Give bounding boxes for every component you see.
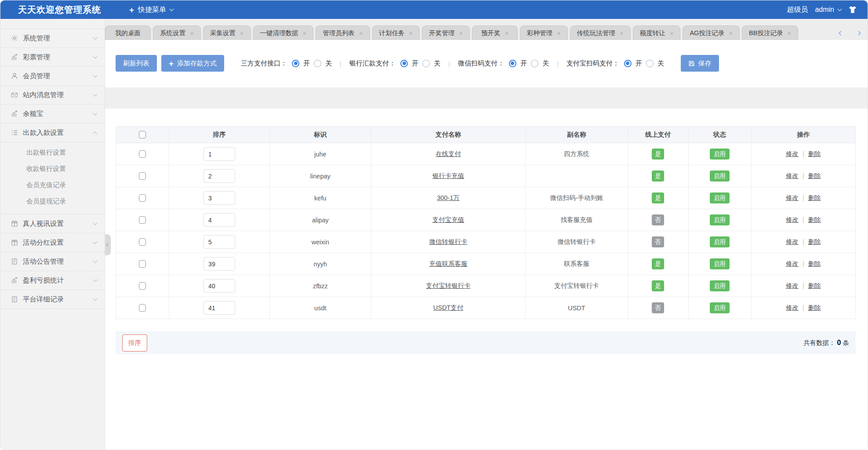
sidebar-item[interactable]: 真人视讯设置: [0, 214, 105, 233]
select-all-checkbox[interactable]: [139, 131, 146, 138]
sidebar-item[interactable]: 会员管理: [0, 67, 105, 86]
pay-name-link[interactable]: USDT支付: [433, 304, 463, 311]
tab[interactable]: 开奖管理×: [422, 25, 470, 40]
radio-on[interactable]: [292, 60, 299, 67]
quick-menu-button[interactable]: + 快捷菜单: [129, 5, 173, 15]
row-checkbox[interactable]: [139, 216, 146, 224]
sort-input[interactable]: [203, 147, 235, 161]
sidebar-item[interactable]: 活动公告管理: [0, 252, 105, 271]
delete-link[interactable]: 删除: [808, 282, 821, 289]
delete-link[interactable]: 删除: [808, 260, 821, 267]
delete-link[interactable]: 删除: [808, 194, 821, 201]
row-checkbox[interactable]: [139, 150, 146, 158]
sort-input[interactable]: [203, 279, 235, 293]
tab-scroll-right-button[interactable]: [854, 29, 862, 37]
tab[interactable]: 预开奖×: [472, 25, 518, 40]
tab[interactable]: 彩种管理×: [520, 25, 568, 40]
sort-input[interactable]: [203, 169, 235, 183]
tab[interactable]: 我的桌面: [105, 25, 151, 40]
tab-close-icon[interactable]: ×: [359, 30, 363, 36]
tab-close-icon[interactable]: ×: [190, 30, 194, 36]
tab[interactable]: 计划任务×: [372, 25, 420, 40]
delete-link[interactable]: 删除: [808, 216, 821, 223]
tab[interactable]: 一键清理数据×: [253, 25, 314, 40]
tab-scroll-left-button[interactable]: [837, 29, 845, 37]
row-checkbox[interactable]: [139, 282, 146, 290]
sidebar-subitem[interactable]: 收款银行设置: [0, 161, 105, 177]
save-button[interactable]: 保存: [681, 55, 719, 72]
sidebar-item[interactable]: 系统管理: [0, 29, 105, 48]
sidebar-subitem[interactable]: 会员提现记录: [0, 193, 105, 210]
tab-close-icon[interactable]: ×: [670, 30, 674, 36]
sidebar-item[interactable]: 活动分红设置: [0, 233, 105, 252]
user-menu[interactable]: admin: [815, 6, 841, 14]
tab[interactable]: 系统设置×: [153, 25, 201, 40]
tab[interactable]: 管理员列表×: [316, 25, 370, 40]
sidebar-item[interactable]: 平台详细记录: [0, 290, 105, 309]
tab-close-icon[interactable]: ×: [620, 30, 624, 36]
radio-off[interactable]: [646, 60, 654, 67]
sort-input[interactable]: [203, 235, 235, 249]
sort-button[interactable]: 排序: [122, 334, 147, 352]
theme-shirt-icon[interactable]: [848, 5, 857, 14]
tab[interactable]: BB投注记录×: [742, 25, 798, 40]
pay-name-link[interactable]: 充值联系客服: [429, 260, 467, 267]
tab[interactable]: 采集设置×: [203, 25, 251, 40]
sidebar-item[interactable]: 余额宝: [0, 105, 105, 123]
delete-link[interactable]: 删除: [808, 304, 821, 311]
edit-link[interactable]: 修改: [786, 304, 799, 311]
tab-close-icon[interactable]: ×: [459, 30, 463, 36]
sidebar-item[interactable]: 站内消息管理: [0, 86, 105, 105]
tab[interactable]: 额度转让×: [633, 25, 681, 40]
tab-close-icon[interactable]: ×: [729, 30, 733, 36]
edit-link[interactable]: 修改: [786, 150, 799, 157]
sidebar-item[interactable]: 盈利亏损统计: [0, 271, 105, 290]
sort-input[interactable]: [203, 213, 235, 227]
radio-on[interactable]: [509, 60, 516, 67]
radio-off[interactable]: [422, 60, 430, 67]
tab[interactable]: AG投注记录×: [683, 25, 740, 40]
delete-link[interactable]: 删除: [808, 238, 821, 245]
radio-on[interactable]: [624, 60, 632, 67]
edit-link[interactable]: 修改: [786, 282, 799, 289]
row-checkbox[interactable]: [139, 238, 146, 246]
sidebar-subitem[interactable]: 出款银行设置: [0, 145, 105, 161]
row-checkbox[interactable]: [139, 194, 146, 202]
sidebar-item[interactable]: 彩票管理: [0, 48, 105, 67]
tab-close-icon[interactable]: ×: [240, 30, 244, 36]
sort-input[interactable]: [203, 191, 235, 205]
radio-off[interactable]: [314, 60, 321, 67]
pay-name-link[interactable]: 支付宝转银行卡: [426, 282, 471, 289]
sort-input[interactable]: [203, 301, 235, 315]
delete-link[interactable]: 删除: [808, 150, 821, 157]
tab-close-icon[interactable]: ×: [505, 30, 508, 36]
edit-link[interactable]: 修改: [786, 172, 799, 179]
tab[interactable]: 传统玩法管理×: [570, 25, 631, 40]
delete-link[interactable]: 删除: [808, 172, 821, 179]
radio-off[interactable]: [531, 60, 538, 67]
row-checkbox[interactable]: [139, 260, 146, 268]
tab-close-icon[interactable]: ×: [787, 30, 791, 36]
pay-name-link[interactable]: 300-1万: [437, 194, 460, 201]
pay-name-link[interactable]: 银行卡充值: [432, 172, 465, 179]
row-checkbox[interactable]: [139, 304, 146, 312]
sidebar-item[interactable]: 出款入款设置: [0, 123, 105, 142]
refresh-list-button[interactable]: 刷新列表: [116, 55, 157, 72]
pay-name-link[interactable]: 支付宝充值: [432, 216, 465, 223]
tab-close-icon[interactable]: ×: [303, 30, 307, 36]
tab-label: 额度转让: [640, 29, 665, 37]
pay-name-link[interactable]: 在线支付: [436, 150, 461, 157]
pay-name-link[interactable]: 微信转银行卡: [429, 238, 467, 245]
row-checkbox[interactable]: [139, 172, 146, 180]
radio-on[interactable]: [400, 60, 408, 67]
edit-link[interactable]: 修改: [786, 216, 799, 223]
sort-input[interactable]: [203, 257, 235, 271]
sidebar-collapse-handle[interactable]: [105, 234, 111, 255]
tab-close-icon[interactable]: ×: [557, 30, 561, 36]
sidebar-subitem[interactable]: 会员充值记录: [0, 177, 105, 193]
tab-close-icon[interactable]: ×: [409, 30, 413, 36]
add-deposit-method-button[interactable]: + 添加存款方式: [161, 55, 224, 72]
edit-link[interactable]: 修改: [786, 238, 799, 245]
edit-link[interactable]: 修改: [786, 194, 799, 201]
edit-link[interactable]: 修改: [786, 260, 799, 267]
